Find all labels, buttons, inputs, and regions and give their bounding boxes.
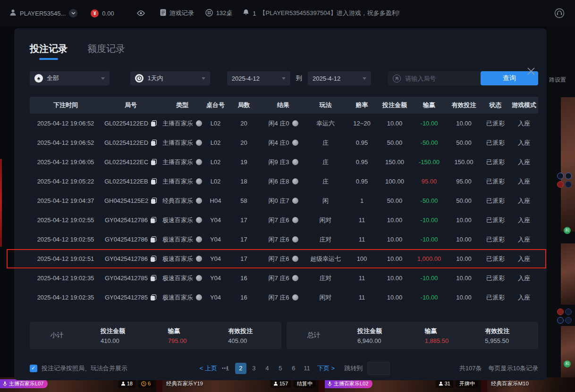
round-count: 19 [227,158,261,166]
result-detail-icon[interactable] [292,256,298,262]
service-icon[interactable] [554,8,565,18]
type-info-icon[interactable] [196,217,202,223]
result-detail-icon[interactable] [292,236,298,242]
pagination-page[interactable]: 11 [301,363,313,374]
type-info-icon[interactable] [196,178,202,184]
type-info-icon[interactable] [196,159,202,165]
jump-label: 跳转到 [344,364,363,373]
odds: 11 [346,217,378,224]
pagination-page[interactable]: 3 [248,363,260,374]
type-info-icon[interactable] [196,236,202,242]
table-row: 2025-04-12 19:06:05 GL02254122EC 主播百家乐 L… [30,152,538,172]
table-count-button[interactable]: 132桌 [205,9,233,18]
type-info-icon[interactable] [196,275,202,281]
round-id: GY0425412786 [101,236,160,243]
column-header: 状态 [481,101,510,109]
merge-checkbox[interactable] [30,365,37,372]
copy-icon[interactable] [151,236,157,242]
win-loss: -10.00 [411,217,447,224]
pagination-page[interactable]: 2 [235,363,246,374]
column-header: 结果 [261,101,305,109]
result-detail-icon[interactable] [292,294,298,300]
result-detail-icon[interactable] [292,120,298,126]
jump-page-input[interactable] [367,362,390,375]
copy-icon[interactable] [151,217,157,223]
play-type: 庄 [305,177,346,186]
close-icon[interactable] [527,67,535,77]
game-type-select[interactable]: ♠ 全部 [30,71,110,85]
type-info-icon[interactable] [196,294,202,300]
table-row: 2025-04-12 19:02:35 GY0425412785 极速百家乐 Y… [30,268,538,288]
type-info-icon[interactable] [196,140,202,146]
result-detail-icon[interactable] [292,159,298,165]
round-search-input[interactable] [404,75,476,83]
table-id: Y04 [204,255,227,262]
tab-quota-records[interactable]: 额度记录 [87,42,125,60]
copy-icon[interactable] [151,198,157,204]
game-record-button[interactable]: 游戏记录 [160,9,194,17]
table-id: Y04 [204,217,227,224]
win-loss: -10.00 [411,120,447,127]
copy-icon[interactable] [151,140,157,146]
copy-icon[interactable] [151,256,157,262]
pagination-next[interactable]: 下页 > [314,364,338,373]
account-group[interactable]: PLAYER53545... [9,9,77,17]
tab-bet-records[interactable]: 投注记录 [30,42,68,60]
result-detail-icon[interactable] [292,140,298,146]
result-cell: 闲7 庄6 [261,274,305,283]
to-label: 到 [296,74,302,83]
result-detail-icon[interactable] [292,217,298,223]
date-to-select[interactable]: 2025-4-12 [308,71,371,85]
column-header: 玩法 [305,101,346,109]
copy-icon[interactable] [151,275,157,281]
status: 已派彩 [481,274,510,283]
pagination-page[interactable]: 4 [262,363,273,374]
table-row: 2025-04-12 19:06:52 GL02254122ED 主播百家乐 L… [30,114,538,133]
game-mode: 入座 [510,235,538,244]
copy-icon[interactable] [151,178,157,184]
type-info-icon[interactable] [196,256,202,262]
eye-icon[interactable] [137,10,145,16]
dealer-video-thumb[interactable] [561,326,575,378]
status: 已派彩 [481,235,510,244]
per-page-info: 每页显示10条记录 [489,364,538,373]
chevron-down-icon [363,77,366,80]
pagination-page[interactable]: 6 [288,363,299,374]
pagination-prev[interactable]: < 上页 [197,364,220,373]
game-mode: 入座 [510,216,538,225]
game-type: 极速百家乐 [160,235,204,244]
roadmap-dots [557,309,571,324]
result-cell: 闲6 庄8 [261,177,305,186]
odds: 1 [346,197,378,204]
copy-icon[interactable] [151,294,157,300]
valid-bet: 50.00 [447,139,481,146]
copy-icon[interactable] [151,159,157,165]
background-video-sliver [0,159,2,247]
chevron-down-icon[interactable] [69,9,77,17]
total-box: 总计 投注金额 6,940.00 输赢 1,885.50 有效投注 5,955.… [287,322,538,349]
result-cell: 闲4 庄0 [261,139,305,147]
dealer-video-thumb[interactable] [561,97,575,232]
copy-icon[interactable] [151,120,157,126]
game-mode: 入座 [510,197,538,205]
pagination-page[interactable]: 5 [275,363,286,374]
result-detail-icon[interactable] [292,178,298,184]
play-type: 庄对 [305,235,346,244]
road-settings-label: 路设置 [549,76,566,84]
round-id: GY0425412785 [101,294,160,301]
round-count: 17 [227,217,261,224]
time-range-select[interactable]: 1天内 [130,71,210,85]
game-mode: 入座 [510,139,538,147]
result-cell: 闲7 庄6 [261,235,305,244]
type-info-icon[interactable] [196,120,202,126]
result-detail-icon[interactable] [292,275,298,281]
chevron-down-icon [282,77,286,80]
type-info-icon[interactable] [196,198,202,204]
round-id: GL02254122ED [101,120,160,127]
result-detail-icon[interactable] [292,198,298,204]
dealer-video-thumb[interactable] [561,243,575,305]
game-type: 经典百家乐 [160,197,204,205]
win-loss: -10.00 [411,275,447,282]
table-label: 主播百家乐L07 [0,379,48,388]
date-from-select[interactable]: 2025-4-12 [227,71,290,85]
